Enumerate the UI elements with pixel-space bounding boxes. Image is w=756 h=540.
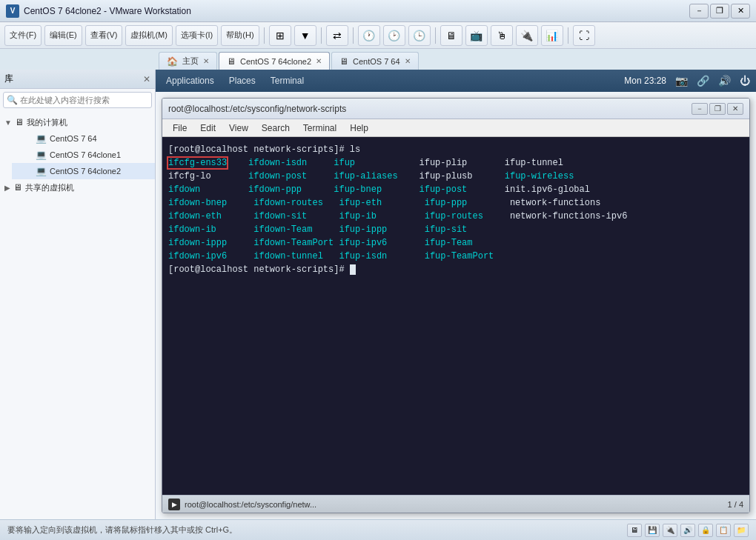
computer-icon: 🖥	[15, 117, 24, 127]
sidebar-label-centos64: CentOS 7 64	[50, 134, 97, 143]
vm-places-menu[interactable]: Places	[225, 74, 260, 87]
sidebar-label-centos64clone1: CentOS 7 64clone1	[50, 150, 121, 159]
bottom-icon-1[interactable]: 🖥	[627, 524, 642, 537]
window-controls: － ❐ ✕	[689, 4, 750, 19]
minimize-button[interactable]: －	[689, 4, 709, 19]
terminal-files-row-7: ifdown-ippp ifdown-TeamPort ifup-ipv6 if…	[168, 236, 743, 250]
terminal-file-menu[interactable]: File	[167, 121, 193, 136]
terminal-menubar: File Edit View Search Terminal Help	[162, 119, 749, 137]
sidebar-item-centos64clone1[interactable]: 💻 CentOS 7 64clone1	[12, 147, 155, 163]
help-menu[interactable]: 帮助(H)	[221, 25, 259, 46]
sidebar: 库 ✕ 🔍 ▼ 🖥 我的计算机 💻 CentOS 7 64 💻 CentOS 7…	[0, 70, 156, 519]
tab-clone2-icon: 🖥	[227, 56, 236, 67]
terminal-close-btn[interactable]: ✕	[727, 103, 743, 115]
bottom-icon-6[interactable]: 📋	[716, 524, 731, 537]
vm-topbar-right: Mon 23:28 📷 🔗 🔊 ⏻	[624, 75, 750, 87]
terminal-files-row-5: ifdown-eth ifdown-sit ifup-ib ifup-route…	[168, 210, 743, 223]
toolbar-clock3-icon[interactable]: 🕒	[408, 25, 431, 46]
vm-network-icon[interactable]: 🔗	[697, 75, 709, 87]
statusbar-terminal-icon: ▶	[168, 499, 180, 510]
vm-menu[interactable]: 虚拟机(M)	[125, 25, 173, 46]
search-input[interactable]	[20, 96, 148, 104]
tab-centos64-icon: 🖥	[339, 56, 348, 67]
terminal-content[interactable]: [root@localhost network-scripts]# ls ifc…	[162, 137, 749, 495]
terminal-terminal-menu[interactable]: Terminal	[297, 121, 342, 136]
tab-home[interactable]: 🏠 主页 ✕	[159, 52, 217, 70]
toolbar-monitor4-icon[interactable]: 🔌	[516, 25, 538, 46]
statusbar-tab-title[interactable]: root@localhost:/etc/sysconfig/netw...	[185, 500, 316, 509]
bottom-bar-icons: 🖥 💾 🔌 🔊 🔒 📋 📁	[627, 524, 749, 537]
sidebar-close-btn[interactable]: ✕	[143, 74, 150, 84]
tabs-menu[interactable]: 选项卡(I)	[176, 25, 218, 46]
terminal-search-menu[interactable]: Search	[256, 121, 296, 136]
terminal-help-menu[interactable]: Help	[344, 121, 374, 136]
file-menu[interactable]: 文件(F)	[4, 25, 42, 46]
bottom-icon-5[interactable]: 🔒	[698, 524, 713, 537]
toolbar-clock2-icon[interactable]: 🕑	[383, 25, 405, 46]
toolbar-icon-2[interactable]: ▼	[294, 25, 316, 46]
expand-icon: ▼	[4, 119, 12, 127]
toolbar-icon-1[interactable]: ⊞	[269, 25, 291, 46]
search-icon: 🔍	[7, 95, 18, 105]
terminal-files-row-4: ifdown-bnep ifdown-routes ifup-eth ifup-…	[168, 196, 743, 210]
restore-button[interactable]: ❐	[710, 4, 729, 19]
toolbar-fullscreen-icon[interactable]: ⛶	[573, 25, 595, 46]
toolbar-monitor2-icon[interactable]: 📺	[465, 25, 488, 46]
bottom-icon-4[interactable]: 🔊	[680, 524, 695, 537]
terminal-files-row-2: ifcfg-lo ifdown-post ifup-aliases ifup-p…	[168, 170, 743, 183]
vm-camera-icon[interactable]: 📷	[675, 75, 688, 87]
sidebar-item-centos64[interactable]: 💻 CentOS 7 64	[12, 130, 155, 147]
tab-home-close[interactable]: ✕	[203, 57, 209, 65]
vm-power-icon[interactable]: ⏻	[740, 75, 750, 87]
app-icon-letter: V	[10, 7, 16, 15]
bottom-bar: 要将输入定向到该虚拟机，请将鼠标指针移入其中或按 Ctrl+G。 🖥 💾 🔌 🔊…	[0, 519, 756, 540]
view-menu[interactable]: 查看(V)	[85, 25, 123, 46]
sidebar-label-shared: 共享的虚拟机	[25, 182, 74, 193]
tab-centos64-close[interactable]: ✕	[405, 57, 411, 65]
toolbar-clock1-icon[interactable]: 🕐	[358, 25, 380, 46]
toolbar-monitor1-icon[interactable]: 🖥	[440, 25, 462, 46]
terminal-files-row-8: ifdown-ipv6 ifdown-tunnel ifup-isdn ifup…	[168, 250, 743, 263]
content-wrapper: 库 ✕ 🔍 ▼ 🖥 我的计算机 💻 CentOS 7 64 💻 CentOS 7…	[0, 70, 756, 519]
sidebar-item-shared-vms[interactable]: ▶ 🖥 共享的虚拟机	[0, 179, 155, 196]
tab-bar: 🏠 主页 ✕ 🖥 CentOS 7 64clone2 ✕ 🖥 CentOS 7 …	[0, 49, 756, 70]
tab-home-icon: 🏠	[167, 56, 178, 67]
terminal-cursor	[350, 264, 356, 275]
vm-terminal-menu[interactable]: Terminal	[266, 74, 308, 87]
status-text: 要将输入定向到该虚拟机，请将鼠标指针移入其中或按 Ctrl+G。	[7, 524, 237, 536]
vm-applications-menu[interactable]: Applications	[162, 74, 219, 87]
edit-menu[interactable]: 编辑(E)	[44, 25, 82, 46]
vm-icon-2: 💻	[36, 150, 47, 160]
bottom-icon-7[interactable]: 📁	[734, 524, 749, 537]
close-button[interactable]: ✕	[731, 4, 750, 19]
toolbar-monitor3-icon[interactable]: 🖱	[491, 25, 513, 46]
sidebar-header: 库 ✕	[0, 70, 155, 89]
sidebar-tree: ▼ 🖥 我的计算机 💻 CentOS 7 64 💻 CentOS 7 64clo…	[0, 111, 155, 519]
tab-centos64-label: CentOS 7 64	[353, 57, 400, 66]
window-title: CentOS 7 64clone2 - VMware Workstation	[24, 6, 191, 16]
main-area: Applications Places Terminal Mon 23:28 📷…	[156, 70, 756, 519]
sidebar-item-my-computer[interactable]: ▼ 🖥 我的计算机	[0, 114, 155, 130]
toolbar-sep3	[353, 27, 354, 44]
terminal-restore-btn[interactable]: ❐	[709, 103, 726, 115]
toolbar-monitor5-icon[interactable]: 📊	[541, 25, 563, 46]
terminal-files-row-6: ifdown-ib ifdown-Team ifup-ippp ifup-sit	[168, 223, 743, 236]
sidebar-item-centos64clone2[interactable]: 💻 CentOS 7 64clone2	[12, 163, 155, 179]
toolbar-send-icon[interactable]: ⇄	[326, 25, 348, 46]
statusbar-page-info: 1 / 4	[728, 500, 743, 509]
tab-clone2-close[interactable]: ✕	[316, 57, 322, 65]
tab-clone2[interactable]: 🖥 CentOS 7 64clone2 ✕	[219, 52, 330, 70]
app-icon: V	[6, 4, 19, 18]
terminal-titlebar: root@localhost:/etc/sysconfig/network-sc…	[162, 99, 749, 119]
sidebar-label-centos64clone2: CentOS 7 64clone2	[50, 167, 121, 176]
vm-icon-1: 💻	[36, 133, 47, 144]
terminal-edit-menu[interactable]: Edit	[194, 121, 222, 136]
bottom-icon-3[interactable]: 🔌	[663, 524, 677, 537]
terminal-minimize-btn[interactable]: －	[692, 103, 708, 115]
sidebar-title: 库	[4, 73, 13, 85]
bottom-icon-2[interactable]: 💾	[645, 524, 660, 537]
tab-centos64[interactable]: 🖥 CentOS 7 64 ✕	[331, 52, 419, 70]
vm-sound-icon[interactable]: 🔊	[718, 75, 731, 87]
terminal-window-title: root@localhost:/etc/sysconfig/network-sc…	[168, 104, 346, 114]
terminal-view-menu[interactable]: View	[223, 121, 254, 136]
